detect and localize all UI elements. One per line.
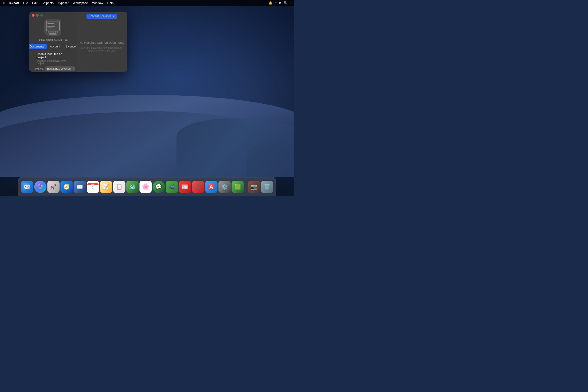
menubar-file[interactable]: File: [21, 1, 30, 5]
dock-item-music[interactable]: 🎵: [192, 181, 204, 193]
siri-icon: 🔮: [37, 184, 44, 190]
photo-booth-icon: 📷: [251, 184, 257, 190]
appstore-icon: 🅰️: [208, 184, 214, 190]
safari-icon: 🧭: [64, 184, 70, 190]
dock-item-launchpad[interactable]: 🚀: [47, 181, 60, 193]
svg-point-8: [51, 32, 52, 33]
dock-item-news[interactable]: 📰: [179, 181, 191, 193]
maximize-button[interactable]: [40, 14, 43, 17]
menubar-edit[interactable]: Edit: [30, 1, 39, 5]
template-row: Template Blank LaTeX Document ⌄: [33, 66, 72, 71]
svg-point-10: [55, 32, 56, 33]
open-local-subtitle: Open an existing local file or project.: [33, 60, 72, 65]
svg-point-16: [25, 186, 26, 186]
svg-point-17: [28, 186, 29, 186]
dock-item-photos[interactable]: 🌸: [139, 181, 152, 193]
menubar-app-name[interactable]: Texpad: [6, 1, 21, 5]
open-local-title-row[interactable]: + Open a local file or project...: [33, 52, 72, 59]
template-value: Blank LaTeX Document: [47, 68, 72, 70]
dock-separator: [246, 182, 246, 192]
open-plus-icon: +: [33, 54, 35, 58]
facetime-icon: 📹: [169, 184, 175, 190]
right-panel: Recent Documents No Recently Opened Docu…: [76, 12, 127, 72]
tabs: Documents Account Licence: [30, 44, 78, 49]
dock-item-safari[interactable]: 🧭: [60, 181, 72, 193]
svg-point-6: [48, 32, 49, 33]
minimize-button[interactable]: [36, 14, 39, 17]
dock-item-siri[interactable]: 🔮: [34, 181, 46, 193]
menubar-right: 🔔 ↗ 🖥 🔍 ☰: [268, 1, 292, 5]
dock-item-mail[interactable]: ✉️: [74, 181, 86, 193]
menubar-help[interactable]: Help: [106, 1, 116, 5]
chevron-down-icon: ⌄: [71, 68, 73, 70]
dock-item-appstore[interactable]: 🅰️: [205, 181, 218, 193]
dock-item-reminders[interactable]: 📋: [113, 181, 125, 193]
template-label: Template: [33, 68, 44, 70]
tab-account[interactable]: Account: [47, 44, 63, 49]
no-docs-title: No Recently Opened Documents: [80, 41, 124, 44]
photos-icon: 🌸: [142, 183, 149, 190]
svg-point-7: [49, 32, 50, 33]
traffic-lights: [32, 14, 43, 17]
dock-item-facetime[interactable]: 📹: [166, 181, 178, 193]
close-button[interactable]: [32, 14, 34, 17]
reminders-icon: 📋: [116, 184, 122, 190]
app-icon-container: [44, 19, 61, 37]
music-icon: 🎵: [195, 184, 202, 190]
dock-item-system-preferences[interactable]: ⚙️: [218, 181, 230, 193]
dock-item-notes[interactable]: 📝: [100, 181, 112, 193]
menubar:  Texpad File Edit Snippets Typeset Work…: [0, 0, 294, 6]
right-header: Recent Documents: [76, 12, 127, 21]
dock-item-finder[interactable]: [21, 181, 33, 193]
menubar-snippets[interactable]: Snippets: [40, 1, 56, 5]
app-version: Texpad macOS v1.8.14 (493): [37, 38, 68, 41]
dock-item-messages[interactable]: 💬: [152, 181, 165, 193]
dock-item-maps[interactable]: 🗺️: [126, 181, 138, 193]
left-panel: Texpad macOS v1.8.14 (493) Documents Acc…: [30, 12, 76, 72]
dock-item-calendar[interactable]: JAN 1: [87, 181, 99, 193]
open-local-label: Open a local file or project...: [36, 52, 72, 59]
no-docs-subtitle: Start by creating a new document or open…: [80, 46, 123, 52]
messages-icon: 💬: [156, 184, 162, 190]
maps-icon: 🗺️: [129, 184, 136, 190]
tab-documents[interactable]: Documents: [30, 44, 47, 49]
dock-item-tableplus[interactable]: 🟩: [232, 181, 244, 193]
recent-documents-button[interactable]: Recent Documents: [86, 14, 117, 19]
trash-icon: 🗑️: [264, 184, 270, 190]
tableplus-icon: 🟩: [234, 184, 241, 190]
mail-icon: ✉️: [76, 184, 83, 190]
sysprefs-icon: ⚙️: [222, 184, 228, 190]
menu-icon[interactable]: ☰: [289, 1, 292, 5]
svg-point-11: [57, 32, 58, 33]
svg-point-15: [26, 184, 30, 189]
menubar-left:  Texpad File Edit Snippets Typeset Work…: [2, 0, 116, 6]
recent-documents-area: No Recently Opened Documents Start by cr…: [76, 21, 127, 72]
notification-icon[interactable]: 🔔: [268, 1, 272, 5]
launchpad-icon: 🚀: [50, 184, 57, 190]
display-icon[interactable]: 🖥: [279, 1, 282, 5]
template-select[interactable]: Blank LaTeX Document ⌄: [45, 66, 75, 71]
notes-icon: 📝: [103, 184, 109, 190]
app-icon: [44, 19, 61, 36]
search-icon[interactable]: 🔍: [284, 1, 288, 5]
pointer-icon[interactable]: ↗: [274, 1, 277, 5]
svg-rect-12: [49, 33, 57, 34]
news-icon: 📰: [182, 184, 188, 190]
dock-item-photo-booth[interactable]: 📷: [248, 181, 260, 193]
menubar-window[interactable]: Window: [90, 1, 105, 5]
svg-point-9: [53, 32, 54, 33]
menubar-workspace[interactable]: Workspace: [71, 1, 90, 5]
calendar-month: JAN: [87, 183, 98, 185]
calendar-day: 1: [92, 185, 94, 190]
dock-item-trash[interactable]: 🗑️: [261, 181, 273, 193]
open-local-action: + Open a local file or project... Open a…: [33, 52, 72, 65]
finder-icon: [23, 182, 31, 191]
apple-menu[interactable]: : [2, 0, 6, 6]
dune-3: [176, 118, 294, 177]
menubar-typeset[interactable]: Typeset: [56, 1, 70, 5]
app-window: Texpad macOS v1.8.14 (493) Documents Acc…: [30, 12, 127, 72]
dock: 🔮 🚀 🧭 ✉️ JAN 1 📝 📋 🗺️ 🌸 💬 📹 📰: [18, 177, 276, 196]
